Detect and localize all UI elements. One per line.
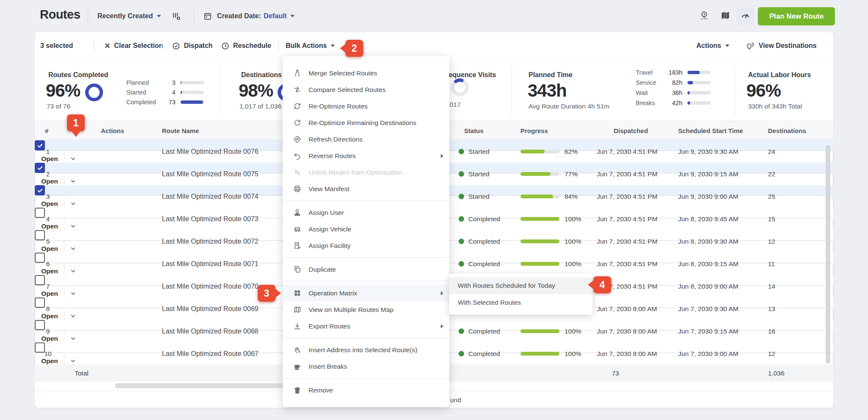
total-label: Total <box>75 364 89 382</box>
actions-dropdown[interactable]: Actions <box>696 32 729 59</box>
menu-item-export-routes[interactable]: Export Routes <box>283 318 449 334</box>
vertical-scrollbar[interactable] <box>826 145 830 364</box>
col-progress[interactable]: Progress <box>520 121 548 140</box>
stat-title: Actual Labor Hours <box>748 71 811 79</box>
menu-item-assign-user[interactable]: Assign User <box>283 204 449 221</box>
menu-item-re-optimize-remaining-destinations[interactable]: Re-Optimize Remaining Destinations <box>283 114 449 131</box>
status-badge: Completed <box>459 230 500 253</box>
col-actions[interactable]: Actions <box>101 121 124 140</box>
created-date-label: Created Date: <box>217 12 261 20</box>
divider <box>220 65 220 115</box>
col-num[interactable]: # <box>45 121 48 140</box>
menu-item-unlink-routes-from-optimization: Unlink Routes from Optimization <box>283 164 449 181</box>
clock-icon <box>221 42 229 50</box>
menu-item-label: Merge Selected Routes <box>309 70 377 77</box>
chevron-down-icon <box>290 15 295 17</box>
row-number: 9 <box>41 320 55 342</box>
status-dot-icon <box>459 216 464 222</box>
column-settings-button[interactable] <box>172 0 181 32</box>
created-date-value: Default <box>264 12 287 20</box>
route-history-button[interactable] <box>695 7 713 25</box>
destinations-count: 25 <box>768 185 775 208</box>
menu-item-re-optimize-routes[interactable]: Re-Optimize Routes <box>283 98 449 114</box>
stat-value: 96% <box>46 81 80 101</box>
divider <box>88 10 88 23</box>
status-dot-icon <box>459 149 464 154</box>
menu-divider <box>283 338 449 338</box>
menu-item-label: Insert Breaks <box>309 363 347 370</box>
dispatched-time: Jun 7, 2030 8:00 AM <box>597 320 657 342</box>
menu-item-assign-facility[interactable]: Assign Facility <box>283 237 449 254</box>
user-icon <box>293 209 301 217</box>
stat-subtitle: 1,017 of 1,036 <box>239 103 281 110</box>
menu-divider <box>283 281 449 281</box>
legend-row: Breaks 42h <box>636 98 711 108</box>
menu-item-refresh-directions[interactable]: Refresh Directions <box>283 131 449 147</box>
reschedule-button[interactable]: Reschedule <box>221 32 271 59</box>
row-number: 7 <box>41 275 55 298</box>
check-circle-icon <box>172 42 180 50</box>
progress-cell: 100% <box>520 208 581 230</box>
view-destinations-button[interactable]: View Destinations <box>746 32 817 59</box>
coffee-icon <box>293 362 301 371</box>
col-scheduled-start[interactable]: Scheduled Start Time <box>678 121 743 140</box>
annotation-badge-2: 2 <box>345 40 363 57</box>
submenu-item-with-selected-routes[interactable]: With Selected Routes <box>449 294 593 311</box>
menu-item-insert-breaks[interactable]: Insert Breaks <box>283 358 449 375</box>
duplicate-icon <box>293 265 301 274</box>
map-icon <box>721 11 730 22</box>
matrix-icon <box>293 289 301 298</box>
row-number: 2 <box>41 163 55 185</box>
col-dispatched[interactable]: Dispatched <box>614 121 648 140</box>
menu-item-remove[interactable]: Remove <box>283 382 449 398</box>
col-destinations[interactable]: Destinations <box>768 121 806 140</box>
route-name: Last Mile Optimized Route 0073 <box>162 208 259 230</box>
chevron-down-icon <box>157 15 161 17</box>
plan-new-route-button[interactable]: Plan New Route <box>758 7 835 25</box>
chevron-right-icon <box>441 324 443 328</box>
status-badge: Started <box>459 163 490 185</box>
facility-icon <box>293 242 301 250</box>
destinations-count: 12 <box>768 230 775 253</box>
row-number: 3 <box>41 185 55 208</box>
menu-item-insert-address-into-selected-route-s[interactable]: Insert Address into Selected Route(s) <box>283 342 449 358</box>
menu-item-label: Re-Optimize Routes <box>309 103 368 110</box>
status-dot-icon <box>459 351 464 356</box>
menu-item-reverse-routes[interactable]: Reverse Routes <box>283 147 449 164</box>
bulk-actions-dropdown[interactable]: Bulk Actions <box>286 32 335 59</box>
divider <box>734 65 735 115</box>
menu-item-duplicate[interactable]: Duplicate <box>283 261 449 278</box>
menu-item-label: Operation Matrix <box>309 289 357 297</box>
map-view-button[interactable] <box>716 7 734 25</box>
route-name: Last Mile Optimized Route 0068 <box>162 320 259 342</box>
menu-item-compare-selected-routes[interactable]: Compare Selected Routes <box>283 81 449 98</box>
col-status[interactable]: Status <box>464 121 484 140</box>
dispatch-button[interactable]: Dispatch <box>172 32 213 59</box>
col-route-name[interactable]: Route Name <box>162 121 199 140</box>
annotation-badge-1: 1 <box>67 114 85 131</box>
divider <box>278 40 278 52</box>
menu-item-label: Reverse Routes <box>309 152 356 160</box>
row-number: 4 <box>41 208 55 230</box>
compare-icon <box>293 86 301 94</box>
menu-divider <box>283 378 449 378</box>
dashboard-button[interactable] <box>737 7 754 25</box>
sort-dropdown[interactable]: Recently Created <box>97 0 161 32</box>
clear-selection-button[interactable]: ✕ Clear Selection <box>104 32 163 59</box>
chevron-down-icon <box>725 45 729 47</box>
status-dot-icon <box>459 171 464 177</box>
menu-item-merge-selected-routes[interactable]: Merge Selected Routes <box>283 65 449 81</box>
menu-item-label: View on Multiple Routes Map <box>309 306 393 314</box>
menu-item-view-manifest[interactable]: View Manifest <box>283 181 449 197</box>
dispatched-time: Jun 7, 2030 8:00 AM <box>597 298 657 320</box>
chevron-right-icon <box>441 154 443 158</box>
menu-item-operation-matrix[interactable]: Operation Matrix <box>283 285 449 301</box>
submenu-item-with-routes-scheduled-for-today[interactable]: With Routes Scheduled for Today <box>449 277 593 294</box>
created-date-filter[interactable]: Created Date: Default <box>203 0 295 32</box>
menu-item-label: Unlink Routes from Optimization <box>309 169 403 176</box>
menu-item-assign-vehicle[interactable]: Assign Vehicle <box>283 221 449 237</box>
menu-item-view-on-multiple-routes-map[interactable]: View on Multiple Routes Map <box>283 301 449 318</box>
trash-icon <box>293 386 301 395</box>
status-badge: Started <box>459 185 490 208</box>
menu-item-label: Assign User <box>309 209 344 217</box>
